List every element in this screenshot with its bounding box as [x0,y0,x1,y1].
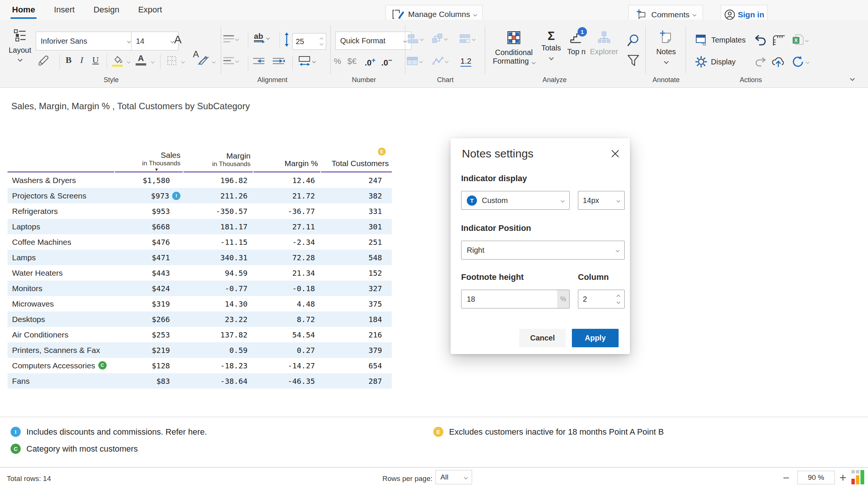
export-excel-button[interactable]: X [792,34,808,46]
table-row[interactable]: Washers & Dryers$1,580196.8212.46247 [8,173,392,188]
table-row[interactable]: Printers, Scanners & Fax$2190.590.27379 [8,342,392,358]
conditional-formatting-button[interactable]: Conditional Formatting [492,31,536,66]
rows-per-page-select[interactable]: All [436,470,472,484]
tab-home[interactable]: Home [11,0,36,20]
top-n-label: Top n [564,47,588,56]
font-size-select[interactable]: 14 [131,32,179,50]
column-header-margin[interactable]: Marginin Thousands [183,147,254,173]
vertical-align-button[interactable] [223,35,238,43]
bold-button[interactable]: B [66,55,72,65]
format-painter-button[interactable] [38,54,50,67]
note-indicator-badge[interactable]: I [172,192,180,200]
tab-insert[interactable]: Insert [53,0,75,20]
underline-button[interactable]: U [92,55,99,65]
chevron-down-icon[interactable] [127,60,131,64]
chevron-down-icon [444,37,448,40]
table-row[interactable]: Water Heaters$44394.5921.34152 [8,265,392,281]
borders-button[interactable] [167,56,177,66]
publish-cloud-button[interactable] [772,56,785,68]
font-name-select[interactable]: Inforiver Sans [36,32,135,50]
wrap-text-button[interactable]: ab [254,32,269,43]
increase-decimal-button[interactable]: .0+ [365,56,376,68]
column-header-rowname[interactable] [8,147,115,173]
indicator-position-select[interactable]: Right [461,241,625,260]
percent-format-button[interactable]: % [334,56,341,66]
horizontal-align-button[interactable] [223,56,238,65]
table-row[interactable]: Lamps$471340.3172.28548 [8,250,392,265]
row-height-stepper[interactable]: 25 [292,33,326,50]
table-row[interactable]: Air Conditioners$253137.8254.54216 [8,327,392,342]
explorer-button[interactable]: Explorer [590,31,618,56]
decrease-indent-button[interactable] [252,57,265,65]
filter-button[interactable] [627,54,640,67]
italic-button[interactable]: I [80,55,83,65]
notes-button[interactable]: Notes [654,30,678,65]
table-row[interactable]: Fans$83-38.64-46.35287 [8,373,392,389]
table-row[interactable]: Laptops$668181.1727.11301 [8,219,392,234]
chevron-down-icon [617,198,620,202]
stepper-arrows[interactable] [617,295,620,303]
chevron-down-icon[interactable] [181,60,185,64]
number-display-button[interactable]: 1.2 [460,56,471,67]
zoom-out-button[interactable]: − [783,472,790,484]
cell-total-customers: 375 [368,299,382,308]
column-stepper[interactable]: 2 [578,290,625,308]
indicator-display-select[interactable]: T Custom [461,191,570,210]
table-row[interactable]: Refrigerators$953-350.57-36.77331 [8,203,392,219]
close-button[interactable] [611,150,619,158]
sparkline-button[interactable] [432,56,448,66]
apply-button[interactable]: Apply [572,329,619,347]
bar-chart-button[interactable] [408,34,423,44]
increase-indent-button[interactable] [272,57,285,65]
table-row[interactable]: Projectors & Screens$973I211.2621.72382 [8,188,392,203]
chevron-down-icon[interactable] [151,60,155,64]
footnote-height-label: Footnote height [461,272,524,282]
chevron-down-icon [805,38,809,42]
indicator-size-select[interactable]: 14px [578,191,625,210]
note-indicator-badge[interactable]: C [98,361,107,369]
fill-color-icon [112,55,123,64]
undo-button[interactable] [753,35,766,46]
chevron-down-icon [171,39,174,43]
text-overflow-button[interactable] [298,56,315,66]
tab-design[interactable]: Design [93,0,120,20]
totals-button[interactable]: Σ Totals [539,30,563,61]
cancel-button[interactable]: Cancel [519,329,566,347]
ruler-button[interactable] [772,35,785,46]
display-button[interactable]: Display [695,56,736,68]
wrap-text-glyph: ab [254,32,263,41]
top-n-button[interactable]: 1 Top n [564,31,588,56]
table-view-button[interactable] [407,56,422,66]
decrease-decimal-button[interactable]: .0− [381,56,392,68]
column-header-total-customers[interactable]: Total CustomersE [321,147,392,173]
chevron-down-icon[interactable] [212,60,216,64]
zoom-in-button[interactable]: + [839,471,847,485]
note-indicator-badge[interactable]: E [378,148,386,156]
row-height-button[interactable] [284,32,289,47]
layout-button[interactable]: Layout [5,29,35,63]
table-row[interactable]: Computers AccessoriesC$128-18.23-14.2765… [8,358,392,373]
stepper-arrows[interactable] [320,38,323,45]
quick-format-select[interactable]: Quick Format [335,32,411,50]
refresh-button[interactable] [792,56,809,68]
tab-export[interactable]: Export [138,0,163,20]
table-row[interactable]: Desktops$26623.228.72184 [8,311,392,327]
font-color-button[interactable]: A [136,54,146,66]
templates-button[interactable]: Templates [695,34,746,46]
fill-color-button[interactable] [112,55,123,67]
table-row[interactable]: Microwaves$31914.304.48375 [8,296,392,311]
column-header-sales[interactable]: Salesin Thousands▼ [115,147,183,173]
currency-format-button[interactable]: $€ [347,56,356,66]
zoom-level-value[interactable]: 90 % [797,471,835,484]
column-header-margin[interactable]: Margin % [254,147,321,173]
collapse-ribbon-chevron-icon[interactable] [850,76,855,81]
sort-desc-icon: ▼ [154,167,180,173]
redo-button[interactable] [755,56,767,67]
clear-formatting-button[interactable] [197,55,209,66]
stacked-chart-button[interactable] [460,34,475,44]
footnote-height-input[interactable]: 18 % [461,290,570,308]
table-row[interactable]: Monitors$424-0.77-0.18327 [8,281,392,296]
search-button[interactable] [627,34,640,47]
combo-chart-button[interactable] [432,33,447,44]
table-row[interactable]: Coffee Machines$476-11.15-2.34251 [8,234,392,250]
